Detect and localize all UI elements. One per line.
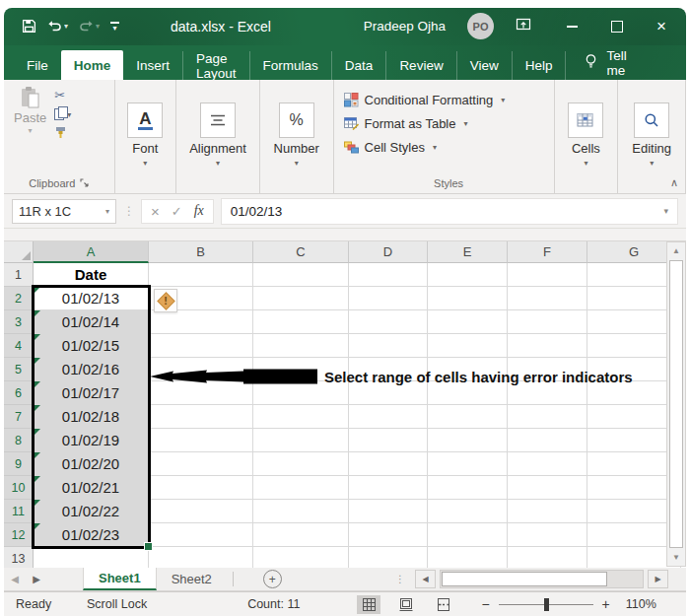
page-break-view-button[interactable] (432, 595, 455, 614)
avatar[interactable]: PO (467, 13, 494, 39)
cell-b9[interactable] (149, 452, 253, 476)
cell-b4[interactable] (149, 334, 253, 358)
formula-input[interactable]: 01/02/13 ▾ (221, 198, 678, 225)
customize-quick-access-icon[interactable]: ▾ (110, 22, 119, 31)
new-sheet-button[interactable]: + (263, 570, 282, 588)
scroll-right-icon[interactable]: ▶ (648, 570, 668, 588)
cell-c13[interactable] (253, 547, 349, 568)
row-header-3[interactable]: 3 (4, 310, 34, 334)
cell-a13[interactable] (34, 547, 149, 568)
format-as-table-dropdown-icon[interactable]: ▾ (463, 119, 467, 128)
cell-a8[interactable]: 01/02/19 (34, 429, 149, 452)
tab-home[interactable]: Home (61, 50, 124, 80)
row-header-4[interactable]: 4 (4, 334, 34, 358)
cell-a3[interactable]: 01/02/14 (34, 310, 149, 334)
cell-e13[interactable] (428, 547, 508, 568)
undo-dropdown-icon[interactable]: ▾ (64, 22, 68, 31)
cell-a12[interactable]: 01/02/23 (34, 523, 149, 547)
tab-formulas[interactable]: Formulas (249, 51, 331, 80)
tab-file[interactable]: File (14, 51, 61, 80)
cell-c10[interactable] (253, 476, 349, 500)
cell-f7[interactable] (508, 405, 587, 429)
undo-button[interactable]: ▾ (47, 19, 68, 34)
cell-f11[interactable] (508, 500, 587, 523)
cell-d11[interactable] (349, 500, 428, 523)
conditional-formatting-dropdown-icon[interactable]: ▾ (501, 96, 505, 104)
cell-e10[interactable] (428, 476, 508, 500)
cell-e1[interactable] (428, 263, 508, 287)
name-box-dropdown-icon[interactable]: ▾ (105, 207, 109, 216)
sheet-tab-sheet2[interactable]: Sheet2 (157, 568, 227, 590)
cell-d10[interactable] (349, 476, 428, 500)
cell-e9[interactable] (428, 452, 508, 476)
format-painter-button[interactable] (54, 126, 71, 139)
cells-dropdown-icon[interactable]: ▾ (584, 159, 587, 168)
zoom-slider-handle[interactable] (544, 598, 549, 611)
insert-function-icon[interactable]: fx (194, 203, 204, 219)
horizontal-scrollbar[interactable]: ⋮ ◀ ▶ (395, 568, 668, 590)
sheet-tab-sheet1[interactable]: Sheet1 (83, 568, 157, 590)
cell-c8[interactable] (253, 429, 349, 452)
alignment-dropdown-icon[interactable]: ▾ (216, 159, 220, 168)
tab-data[interactable]: Data (331, 51, 386, 80)
scroll-up-icon[interactable]: ▲ (667, 242, 685, 259)
cell-f1[interactable] (508, 263, 587, 287)
copy-dropdown-icon[interactable]: ▾ (67, 110, 71, 119)
cell-a1[interactable]: Date (34, 263, 149, 287)
ribbon-display-options-icon[interactable] (516, 17, 531, 35)
format-as-table-button[interactable]: Format as Table ▾ (344, 111, 554, 135)
row-header-6[interactable]: 6 (4, 381, 34, 405)
cell-a4[interactable]: 01/02/15 (34, 334, 149, 358)
cell-d1[interactable] (349, 263, 428, 287)
cell-e8[interactable] (428, 429, 508, 452)
cut-button[interactable]: ✂ (54, 88, 71, 103)
tab-insert[interactable]: Insert (123, 51, 182, 80)
column-header-f[interactable]: F (508, 241, 587, 263)
maximize-button[interactable] (611, 21, 623, 33)
column-header-e[interactable]: E (428, 241, 508, 263)
error-indicator-button[interactable]: ! (154, 289, 177, 312)
conditional-formatting-button[interactable]: Conditional Formatting ▾ (344, 88, 554, 111)
column-header-d[interactable]: D (349, 241, 428, 263)
cell-d7[interactable] (349, 405, 428, 429)
cell-b8[interactable] (149, 429, 253, 452)
vertical-scroll-thumb[interactable] (669, 260, 683, 548)
cell-e12[interactable] (428, 523, 508, 547)
horizontal-scroll-thumb[interactable] (442, 572, 607, 586)
row-header-5[interactable]: 5 (4, 358, 34, 381)
zoom-slider[interactable] (499, 604, 593, 605)
cell-b3[interactable] (149, 310, 253, 334)
tab-page-layout[interactable]: Page Layout (182, 51, 249, 80)
cell-a9[interactable]: 01/02/20 (34, 452, 149, 476)
expand-formula-bar-icon[interactable]: ▾ (663, 206, 668, 216)
row-header-8[interactable]: 8 (4, 429, 34, 452)
cell-c12[interactable] (253, 523, 349, 547)
cell-c1[interactable] (253, 263, 349, 287)
cell-b11[interactable] (149, 500, 253, 523)
cell-d13[interactable] (349, 547, 428, 568)
cell-b7[interactable] (149, 405, 253, 429)
cell-d9[interactable] (349, 452, 428, 476)
cell-d3[interactable] (349, 310, 428, 334)
cell-e7[interactable] (428, 405, 508, 429)
cell-f3[interactable] (508, 310, 587, 334)
cell-d8[interactable] (349, 429, 428, 452)
scrollbar-resize-handle[interactable]: ⋮ (395, 574, 405, 584)
row-header-10[interactable]: 10 (4, 476, 34, 500)
cell-d4[interactable] (349, 334, 428, 358)
cell-a5[interactable]: 01/02/16 (34, 358, 149, 381)
cell-b10[interactable] (149, 476, 253, 500)
row-header-9[interactable]: 9 (4, 452, 34, 476)
row-header-2[interactable]: 2 (4, 287, 34, 310)
cell-c9[interactable] (253, 452, 349, 476)
scroll-down-icon[interactable]: ▼ (667, 549, 685, 566)
cell-e2[interactable] (428, 287, 508, 310)
cell-d2[interactable] (349, 287, 428, 310)
user-name[interactable]: Pradeep Ojha (364, 19, 446, 34)
normal-view-button[interactable] (357, 595, 380, 614)
save-icon[interactable] (22, 19, 36, 34)
paste-dropdown-icon[interactable]: ▾ (29, 126, 33, 135)
select-all-button[interactable] (4, 241, 34, 263)
scroll-left-icon[interactable]: ◀ (415, 570, 436, 588)
horizontal-scroll-track[interactable] (440, 570, 644, 588)
